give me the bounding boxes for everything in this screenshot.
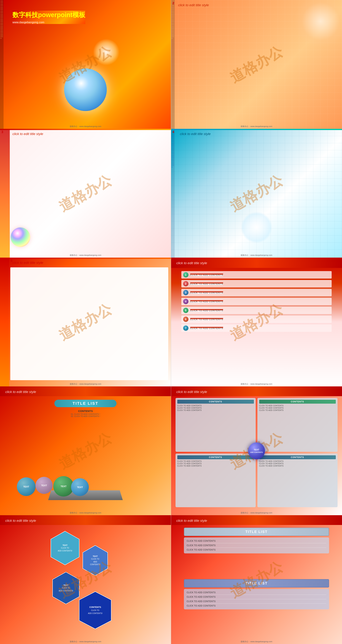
footer: 道格办公：www.daogebangong.com [70,640,102,643]
slide-1: 0101010101010101010101010101010101010101… [0,0,171,129]
box-3-line-2: CLICK TO ADD CONTENTS [177,462,254,464]
list-item-5[interactable]: 5 CLICK TO ADD CONTENTS [181,307,332,314]
title-placeholder[interactable]: click to edit title style [180,132,211,136]
content-box-4[interactable]: CONTENTS CLICK TO ADD CONTENTS CLICK TO … [258,454,338,508]
list-1-item-3[interactable]: CLICK TO ADD CONTENTS [187,548,326,552]
hex-2-text: TEXTCLICK TOADD CONTENTS! [88,555,102,566]
globe-graphic [64,68,107,111]
list-1-item-2[interactable]: CLICK TO ADD CONTENTS [187,543,326,548]
sphere-4[interactable]: TEXT [71,478,89,496]
title-banner[interactable]: TITLE LIST [54,400,116,407]
list-item-4[interactable]: 4 CLICK TO ADD CONTENTS [181,298,332,305]
sphere-3[interactable]: TEXT [53,476,74,496]
binary-decoration: 0101010101010101010101010101010101010101… [171,129,175,258]
hex-1[interactable]: TEXTCLICK TOADD CONTENTS! [49,530,81,566]
content-box-1[interactable]: CONTENTS CLICK TO ADD CONTENTS CLICK TO … [176,398,256,452]
list-2-title[interactable]: TITLE LIST [184,579,329,588]
item-text-1: CLICK TO ADD CONTENTS [190,274,223,276]
item-text-6: CLICK TO ADD CONTENTS [190,318,223,321]
bullet-3: 3 [183,290,188,295]
footer: 道格办公：www.daogebangong.com [70,512,102,514]
hex-3[interactable]: TEXTCLICK TOADD CONTENTS! [51,571,81,605]
list-2-item-1[interactable]: CLICK TO ADD CONTENTS [187,590,326,595]
bullet-1: 1 [183,272,188,278]
list-item-7[interactable]: 7 CLICK TO ADD CONTENTS [181,324,332,332]
content-box-3[interactable]: CONTENTS CLICK TO ADD CONTENTS CLICK TO … [176,454,256,508]
center-text-1: TEXT [254,448,259,451]
box-1-line-2: CLICK TO ADD CONTENTS [177,407,254,409]
item-text-7: CLICK TO ADD CONTENTS [190,327,223,330]
footer: 道格办公：www.daogebangong.com [70,254,102,256]
footer: 道格办公：www.daogebangong.com [240,383,272,385]
slide-number: 3 [2,130,3,134]
box-2-line-1: CLICK TO ADD CONTENTS [259,405,336,407]
item-text-2: CLICK TO ADD CONTENTS [190,282,223,285]
list-2-item-3[interactable]: CLICK TO ADD CONTENTS [187,599,326,604]
slide-4: 0101010101010101010101010101010101010101… [171,129,342,258]
list-item-3[interactable]: 3 CLICK TO ADD CONTENTS [181,289,332,296]
title-placeholder[interactable]: click to edit title style [5,519,36,523]
slide-number: 2 [172,2,174,5]
item-text-5: CLICK TO ADD CONTENTS [190,309,223,312]
box-3-line-3: CLICK TO ADD CONTENTS [177,465,254,467]
binary-decoration: 0101010101010101010101010101010101010101… [171,0,175,129]
bullet-4: 4 [183,299,188,304]
box-3-header: CONTENTS [177,455,254,459]
hex-4-text: CONTENTSCLICK TOADD CONTENTS! [88,606,102,615]
list-item-2[interactable]: 2 CLICK TO ADD CONTENTS [181,280,332,288]
list-item-6[interactable]: 6 CLICK TO ADD CONTENTS [181,316,332,323]
sphere-1[interactable]: TEXT [17,477,36,496]
sphere-2[interactable]: TEXT [36,477,52,494]
slide-5: 5 click to edit title style 道格办公 道格办公：ww… [0,258,171,386]
content-box-2[interactable]: CONTENTS CLICK TO ADD CONTENTS CLICK TO … [258,398,338,452]
item-text-3: CLICK TO ADD CONTENTS [190,291,223,294]
box-4-header: CONTENTS [259,455,336,459]
list-item-1[interactable]: 1 CLICK TO ADD CONTENTS [181,271,332,278]
hex-4[interactable]: CONTENTSCLICK TOADD CONTENTS! [78,591,113,630]
top-bar [0,129,171,130]
footer: 道格办公：www.daogebangong.com [240,125,272,128]
hex-3-text: TEXTCLICK TOADD CONTENTS! [59,584,73,592]
contents-title: CONTENTS [59,410,112,412]
title-placeholder[interactable]: click to edit title style [5,390,36,394]
item-text-4: CLICK TO ADD CONTENTS [190,300,223,303]
contents-line-1: 01. CLICK TO ADD CONTENTS ! [59,413,112,415]
center-circle[interactable]: TEXT ADD CONTENTS [248,442,265,459]
footer: 道格办公：www.daogebangong.com [240,512,272,514]
list-2-item-2[interactable]: CLICK TO ADD CONTENTS [187,595,326,599]
contents-line-2: 02. CLICK TO ADD CONTENTS ! [59,415,112,417]
list-2-item-4[interactable]: CLICK TO ADD CONTENTS [187,604,326,608]
title-placeholder[interactable]: click to edit title style [178,3,209,7]
hex-2[interactable]: TEXTCLICK TOADD CONTENTS! [81,544,110,576]
white-content-area[interactable] [10,267,168,380]
slide-number: 6 [172,259,174,263]
title-placeholder[interactable]: click to edit title style [176,390,207,394]
list-1-title[interactable]: TITLE LIST [184,528,329,536]
slide-number: 10 [172,516,176,520]
bullet-5: 5 [183,308,188,313]
title-placeholder[interactable]: click to edit title style [176,519,207,523]
title-placeholder[interactable]: click to edit title style [12,132,43,136]
footer: 道格办公：www.daogebangong.com [70,125,102,128]
box-2-line-3: CLICK TO ADD CONTENTS [259,409,336,411]
title-placeholder[interactable]: click to edit title style [176,261,207,265]
slide-7: 7 click to edit title style TITLE LIST C… [0,386,171,515]
slide-10: 10 click to edit title style TITLE LIST … [171,515,342,644]
box-2-line-2: CLICK TO ADD CONTENTS [259,407,336,409]
list-2-items: CLICK TO ADD CONTENTS CLICK TO ADD CONTE… [184,589,329,609]
bullet-6: 6 [183,316,188,322]
slide-number: 5 [11,259,12,263]
sub-title[interactable]: www.daogebangong.com [12,21,85,24]
main-title[interactable]: 数字科技powerpoint模板 [12,11,85,19]
slide-9: 9 click to edit title style TEXTCLICK TO… [0,515,171,644]
slide-number: 9 [2,516,3,520]
title-placeholder[interactable]: click to edit title style [12,261,43,265]
box-4-line-1: CLICK TO ADD CONTENTS [259,460,336,462]
top-bar [171,129,342,130]
box-1-line-1: CLICK TO ADD CONTENTS [177,405,254,407]
list-1-item-1[interactable]: CLICK TO ADD CONTENTS [187,539,326,543]
slide-6: 6 click to edit title style 1 CLICK TO A… [171,258,342,386]
box-3-line-1: CLICK TO ADD CONTENTS [177,460,254,462]
slide-2: 0101010101010101010101010101010101010101… [171,0,342,129]
box-1-header: CONTENTS [177,400,254,404]
